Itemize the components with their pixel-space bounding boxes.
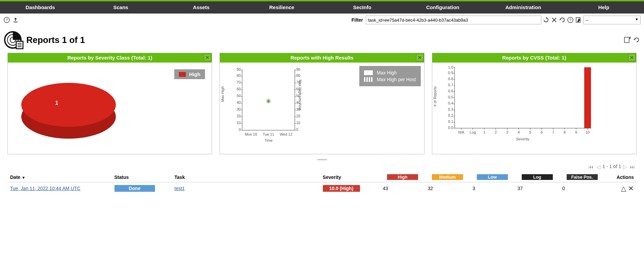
page-title: Reports 1 of 1 — [26, 35, 85, 45]
filter-preset-select[interactable]: -- — [583, 16, 641, 24]
reset-filter-icon[interactable] — [559, 17, 566, 23]
bar-chart[interactable]: 0.0 0.1 0.2 0.3 0.4 0.5 0.6 0.7 0.8 0.9 … — [440, 64, 595, 145]
legend-label-high: High — [189, 71, 200, 77]
close-icon[interactable]: ✕ — [416, 54, 423, 61]
close-icon[interactable]: ✕ — [628, 54, 636, 61]
nav-secinfo[interactable]: SecInfo — [322, 1, 403, 14]
scatter-chart[interactable]: 0 10 20 30 40 50 60 70 80 90 0 10 20 30 … — [227, 66, 302, 144]
panel-title: Reports by CVSS (Total: 1) ✕ — [432, 53, 636, 63]
svg-text:2: 2 — [495, 130, 497, 134]
svg-text:Wed 12: Wed 12 — [280, 132, 292, 136]
filter-help-icon[interactable]: ? — [567, 17, 574, 23]
delta-icon[interactable]: △ — [621, 184, 626, 192]
close-icon[interactable]: ✕ — [204, 54, 211, 61]
col-task[interactable]: Task — [172, 172, 320, 182]
svg-text:0: 0 — [239, 128, 241, 132]
svg-text:40: 40 — [237, 100, 241, 105]
refresh-filter-icon[interactable] — [543, 17, 549, 23]
svg-text:0.6: 0.6 — [448, 89, 453, 93]
pie-chart[interactable]: 1 — [21, 79, 123, 147]
edit-filter-icon[interactable] — [575, 17, 582, 23]
svg-text:8: 8 — [564, 130, 566, 134]
table-row: Tue, Jan 11, 2022 10:44 AM UTC Done test… — [7, 182, 637, 195]
filter-input[interactable] — [366, 16, 541, 24]
filter-label: Filter — [352, 17, 363, 23]
clear-filter-icon[interactable] — [551, 17, 558, 23]
svg-text:0.1: 0.1 — [448, 119, 453, 123]
col-low[interactable]: Low — [470, 172, 515, 182]
nav-scans[interactable]: Scans — [80, 1, 161, 14]
panel-cvss: Reports by CVSS (Total: 1) ✕ # of Report… — [432, 53, 637, 154]
pie-legend[interactable]: High — [174, 69, 205, 79]
svg-text:7: 7 — [552, 130, 554, 134]
reset-dashboard-icon[interactable] — [633, 37, 640, 43]
col-status[interactable]: Status — [112, 172, 172, 182]
report-date-link[interactable]: Tue, Jan 11, 2022 10:44 AM UTC — [10, 186, 80, 191]
svg-text:0.3: 0.3 — [448, 107, 453, 111]
svg-text:6: 6 — [541, 130, 543, 134]
pager: ⏮ ◁ 1 - 1 of 1 ▷ ⏭ — [0, 162, 644, 172]
col-actions: Actions — [604, 172, 637, 182]
svg-rect-113 — [584, 67, 591, 128]
svg-text:?: ? — [6, 18, 8, 22]
svg-text:50: 50 — [296, 94, 300, 98]
svg-text:60: 60 — [296, 87, 300, 91]
y-axis-label-left: Max High — [221, 86, 225, 102]
svg-text:0.4: 0.4 — [448, 101, 453, 105]
dashboard-resize-handle[interactable] — [317, 159, 327, 160]
svg-text:5: 5 — [529, 130, 531, 134]
nav-configuration[interactable]: Configuration — [403, 1, 483, 14]
prev-page-icon[interactable]: ◁ — [596, 164, 600, 170]
col-high[interactable]: High — [380, 172, 425, 182]
next-page-icon[interactable]: ▷ — [623, 164, 627, 170]
nav-assets[interactable]: Assets — [161, 1, 241, 14]
svg-text:Mon 10: Mon 10 — [245, 132, 257, 136]
panel-title-text: Reports by Severity Class (Total: 1) — [67, 55, 152, 61]
nav-help[interactable]: Help — [564, 1, 644, 14]
col-medium[interactable]: Medium — [425, 172, 470, 182]
col-false-pos[interactable]: False Pos. — [560, 172, 604, 182]
last-page-icon[interactable]: ⏭ — [630, 164, 635, 170]
svg-text:10: 10 — [586, 130, 590, 134]
svg-text:0.9: 0.9 — [448, 71, 453, 75]
legend-swatch-solid — [364, 70, 373, 75]
nav-resilience[interactable]: Resilience — [241, 1, 322, 14]
task-link[interactable]: test1 — [175, 186, 185, 191]
svg-text:1.0: 1.0 — [448, 65, 453, 69]
svg-text:70: 70 — [237, 80, 241, 84]
svg-text:0.7: 0.7 — [448, 83, 453, 87]
panel-severity-class: Reports by Severity Class (Total: 1) ✕ H… — [7, 53, 212, 154]
help-icon[interactable]: ? — [3, 17, 10, 23]
svg-text:Severity: Severity — [516, 137, 530, 141]
legend-label: Max High — [377, 70, 397, 75]
dashboard-row: Reports by Severity Class (Total: 1) ✕ H… — [0, 53, 644, 158]
svg-text:0.8: 0.8 — [448, 77, 453, 81]
pager-range: 1 - 1 of 1 — [602, 164, 621, 169]
legend-max-high-per-host[interactable]: Max High per Host — [364, 77, 416, 82]
col-log[interactable]: Log — [515, 172, 560, 182]
pie-slice-label: 1 — [55, 100, 58, 106]
severity-badge: 10.0 (High) — [323, 185, 360, 192]
upload-icon[interactable] — [12, 17, 19, 23]
panel-title: Reports by Severity Class (Total: 1) ✕ — [8, 53, 212, 63]
legend-max-high[interactable]: Max High — [364, 70, 416, 75]
cell-high: 43 — [380, 182, 425, 195]
svg-text:0.2: 0.2 — [448, 113, 453, 117]
col-severity[interactable]: Severity — [320, 172, 380, 182]
page-header: Reports 1 of 1 ★ — [0, 26, 644, 53]
delete-icon[interactable]: ✕ — [628, 184, 634, 192]
panel-title-text: Reports by CVSS (Total: 1) — [502, 55, 566, 61]
first-page-icon[interactable]: ⏮ — [588, 164, 594, 170]
add-dashboard-icon[interactable]: ★ — [624, 37, 630, 43]
status-badge: Done — [114, 185, 155, 192]
line-legend: Max High Max High per Host — [359, 66, 421, 86]
nav-dashboards[interactable]: Dashboards — [0, 1, 80, 14]
col-date[interactable]: Date ▼ — [7, 172, 112, 182]
y-axis-label: # of Reports — [433, 86, 437, 107]
svg-text:50: 50 — [237, 94, 241, 98]
svg-text:20: 20 — [296, 114, 300, 118]
nav-administration[interactable]: Administration — [483, 1, 563, 14]
sort-desc-icon: ▼ — [22, 176, 25, 180]
cell-medium: 32 — [425, 182, 470, 195]
svg-text:Tue 11: Tue 11 — [263, 132, 274, 136]
